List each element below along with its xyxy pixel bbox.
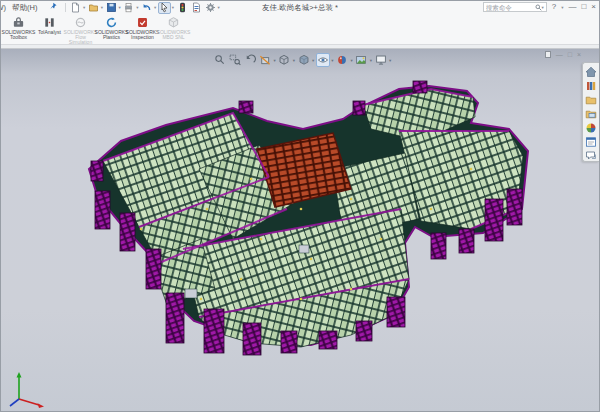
hide-show-items-caret[interactable]: ▾ [331, 58, 333, 63]
rebuild-button[interactable] [176, 2, 189, 14]
display-style-caret[interactable]: ▾ [312, 58, 314, 63]
pin-icon[interactable] [50, 2, 59, 13]
open-button[interactable] [87, 2, 100, 14]
custom-properties-button[interactable] [585, 136, 598, 148]
previous-view-button[interactable] [243, 53, 257, 67]
solidworks-forum-button[interactable] [585, 150, 598, 162]
document-title: 友佳.欧尚名城>+总装 * [262, 3, 338, 13]
solidworks-window: 窗口(W) 帮助(H) ▾ ▾ ▾ ▾ ▾ ▾ ▾ 友佳.欧尚名城>+总装 * [0, 0, 600, 412]
zoom-to-fit-button[interactable] [213, 53, 227, 67]
toolbar-separator [65, 3, 66, 12]
help-button[interactable]: ? [552, 2, 556, 12]
edit-appearance-button[interactable] [335, 53, 349, 67]
save-dropdown-caret[interactable]: ▾ [119, 5, 121, 10]
home-icon [585, 66, 597, 78]
menu-window[interactable]: 窗口(W) [1, 3, 6, 13]
graphics-viewport[interactable]: ▾ ▾ ▾ ▾ ▾ ▾ ▾ — □ × [1, 49, 599, 411]
zoom-to-fit-icon [214, 54, 226, 66]
view-orientation-icon [278, 54, 290, 66]
title-bar: 窗口(W) 帮助(H) ▾ ▾ ▾ ▾ ▾ ▾ ▾ 友佳.欧尚名城>+总装 * [1, 1, 599, 14]
display-style-button[interactable] [297, 53, 311, 67]
command-manager: SOLIDWORKS Toolbox TolAnalyst SOLIDWORKS… [1, 14, 599, 45]
undo-dropdown-caret[interactable]: ▾ [154, 5, 156, 10]
zoom-to-area-icon [229, 54, 241, 66]
ribbon-button-mbd: SOLIDWORKS MBD SNL [158, 15, 189, 44]
view-settings-button[interactable] [374, 53, 388, 67]
ribbon-button-inspection[interactable]: SOLIDWORKS Inspection [127, 15, 158, 44]
print-dropdown-caret[interactable]: ▾ [136, 5, 138, 10]
mbd-icon [167, 16, 180, 29]
open-dropdown-caret[interactable]: ▾ [101, 5, 103, 10]
appearances-button[interactable] [585, 122, 598, 134]
properties-window-icon [585, 136, 597, 148]
close-button[interactable]: × [591, 2, 596, 12]
inspection-icon [136, 16, 149, 29]
search-icon[interactable] [535, 4, 542, 11]
document-window-controls: — □ × [545, 51, 581, 58]
zoom-to-area-button[interactable] [228, 53, 242, 67]
apply-scene-caret[interactable]: ▾ [370, 58, 372, 63]
books-icon [585, 80, 597, 92]
document-icon [545, 51, 551, 58]
view-orientation-caret[interactable]: ▾ [293, 58, 295, 63]
forum-bubble-icon [585, 150, 597, 162]
solidworks-resources-button[interactable] [585, 66, 598, 78]
print-button[interactable] [122, 2, 135, 14]
search-input[interactable] [486, 4, 535, 11]
undo-button[interactable] [140, 2, 153, 14]
ribbon-button-flow-simulation: SOLIDWORKS Flow Simulation [65, 15, 96, 44]
options-dropdown-caret[interactable]: ▾ [218, 5, 220, 10]
file-properties-button[interactable] [190, 2, 203, 14]
new-button[interactable] [69, 2, 82, 14]
quick-access-toolbar: ▾ ▾ ▾ ▾ ▾ ▾ ▾ [69, 2, 220, 14]
minimize-button[interactable]: — [568, 2, 576, 12]
edit-appearance-icon [336, 54, 348, 66]
appearances-ball-icon [585, 122, 597, 134]
tolanalyst-icon [43, 16, 56, 29]
section-view-button[interactable] [258, 53, 272, 67]
display-style-icon [298, 54, 310, 66]
toolbox-icon [12, 16, 25, 29]
assembly-model [1, 49, 584, 411]
view-settings-icon [375, 54, 387, 66]
menu-bar: 窗口(W) 帮助(H) [1, 3, 47, 13]
hide-show-items-icon [317, 54, 329, 66]
doc-close-button[interactable]: × [577, 51, 581, 58]
hide-show-items-button[interactable] [316, 53, 330, 67]
design-library-button[interactable] [585, 80, 598, 92]
orientation-triad [10, 372, 44, 408]
select-button[interactable] [158, 2, 171, 14]
search-dropdown-caret[interactable]: ▾ [542, 5, 544, 10]
task-pane [582, 62, 599, 162]
menu-help[interactable]: 帮助(H) [12, 3, 37, 13]
previous-view-icon [244, 54, 256, 66]
ribbon-button-toolbox[interactable]: SOLIDWORKS Toolbox [3, 15, 34, 44]
view-settings-caret[interactable]: ▾ [389, 58, 391, 63]
apply-scene-icon [355, 54, 367, 66]
doc-restore-button[interactable]: □ [568, 51, 572, 58]
flow-simulation-icon [74, 16, 87, 29]
window-controls: ▾ ? ▾ — □ × [483, 2, 596, 12]
plastics-icon [105, 16, 118, 29]
ribbon-button-plastics[interactable]: SOLIDWORKS Plastics [96, 15, 127, 44]
options-button[interactable] [204, 2, 217, 14]
file-explorer-button[interactable] [585, 94, 598, 106]
new-dropdown-caret[interactable]: ▾ [83, 5, 85, 10]
view-palette-button[interactable] [585, 108, 598, 120]
help-dropdown-caret[interactable]: ▾ [561, 5, 563, 10]
save-button[interactable] [105, 2, 118, 14]
edit-appearance-caret[interactable]: ▾ [351, 58, 353, 63]
view-orientation-button[interactable] [277, 53, 291, 67]
palette-folder-icon [585, 108, 597, 120]
doc-minimize-button[interactable]: — [556, 51, 563, 58]
section-view-caret[interactable]: ▾ [274, 58, 276, 63]
heads-up-view-toolbar: ▾ ▾ ▾ ▾ ▾ ▾ ▾ [213, 53, 392, 67]
folder-icon [585, 94, 597, 106]
restore-button[interactable]: □ [581, 2, 586, 12]
select-dropdown-caret[interactable]: ▾ [172, 5, 174, 10]
apply-scene-button[interactable] [354, 53, 368, 67]
ribbon-button-tolanalyst[interactable]: TolAnalyst [34, 15, 65, 44]
command-search[interactable]: ▾ [483, 2, 547, 12]
section-view-icon [259, 54, 271, 66]
